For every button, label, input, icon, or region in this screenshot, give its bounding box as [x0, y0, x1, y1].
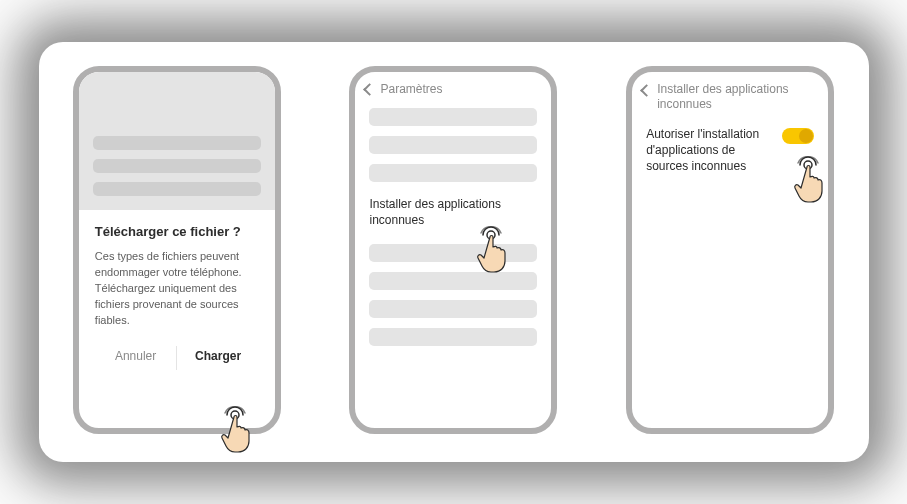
dialog-title: Télécharger ce fichier ?: [95, 224, 259, 239]
settings-header[interactable]: Paramètres: [355, 72, 551, 100]
placeholder-item: [369, 328, 537, 346]
placeholder-item: [369, 108, 537, 126]
placeholder-item: [369, 136, 537, 154]
dialog-body: Ces types de fichiers peuvent endommager…: [95, 249, 259, 329]
back-label: Installer des applications inconnues: [657, 82, 818, 112]
chevron-left-icon: [364, 83, 377, 96]
unknown-apps-header[interactable]: Installer des applications inconnues: [632, 72, 828, 122]
phone-step-1: Télécharger ce fichier ? Ces types de fi…: [73, 66, 281, 434]
instruction-diagram: Télécharger ce fichier ? Ces types de fi…: [39, 42, 869, 462]
placeholder-item: [369, 164, 537, 182]
placeholder-item: [369, 272, 537, 290]
phone-step-3: Installer des applications inconnues Aut…: [626, 66, 834, 434]
confirm-button[interactable]: Charger: [177, 343, 259, 373]
chevron-left-icon: [640, 84, 653, 97]
settings-list: Installer des applications inconnues: [355, 100, 551, 346]
download-dialog: Télécharger ce fichier ? Ces types de fi…: [79, 210, 275, 373]
cancel-button[interactable]: Annuler: [95, 343, 177, 373]
placeholder-item: [369, 300, 537, 318]
phone-step-2: Paramètres Installer des applications in…: [349, 66, 557, 434]
placeholder-line: [93, 159, 261, 173]
back-label: Paramètres: [380, 82, 442, 96]
placeholder-item: [369, 244, 537, 262]
dialog-actions: Annuler Charger: [95, 343, 259, 373]
placeholder-line: [93, 136, 261, 150]
placeholder-line: [93, 182, 261, 196]
background-content: [79, 72, 275, 210]
install-unknown-apps-item[interactable]: Installer des applications inconnues: [369, 192, 537, 234]
toggle-label: Autoriser l'installation d'applications …: [646, 126, 774, 175]
allow-unknown-sources-row: Autoriser l'installation d'applications …: [632, 122, 828, 175]
allow-unknown-toggle[interactable]: [782, 128, 814, 144]
